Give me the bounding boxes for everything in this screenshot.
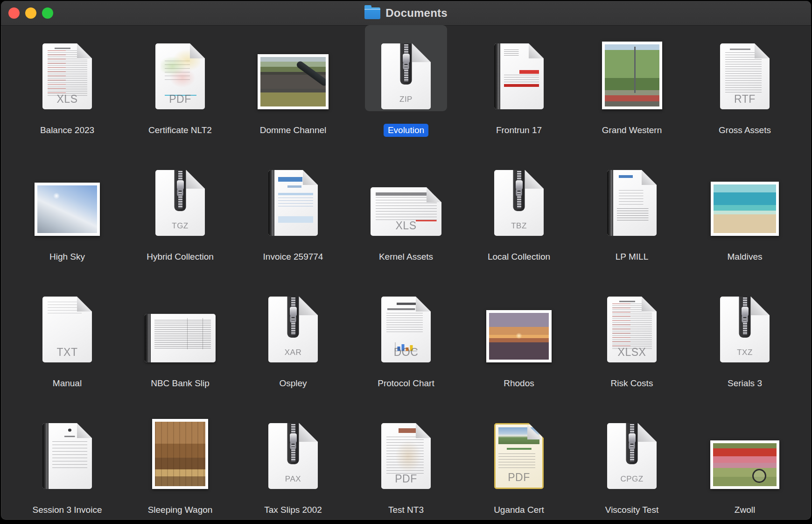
file-label-wrap: Gross Assets bbox=[714, 123, 775, 137]
file-tile-ospley[interactable]: XAR Ospley bbox=[237, 278, 350, 405]
document-icon[interactable]: XLSX bbox=[607, 297, 657, 362]
file-tile-zwoll[interactable]: Zwoll bbox=[688, 405, 801, 520]
file-tile-risk-costs[interactable]: XLSX Risk Costs bbox=[575, 278, 688, 405]
file-name-label: Tax Slips 2002 bbox=[260, 503, 326, 517]
document-icon[interactable]: XLS bbox=[42, 43, 92, 109]
file-tile-manual[interactable]: TXT Manual bbox=[11, 278, 124, 405]
file-name-label: Zwoll bbox=[730, 503, 759, 517]
photo-thumbnail-icon[interactable] bbox=[711, 182, 779, 236]
file-tile-local-collection[interactable]: TBZ Local Collection bbox=[462, 152, 575, 278]
document-icon[interactable] bbox=[494, 43, 544, 109]
zip-archive-icon[interactable]: ZIP bbox=[381, 43, 431, 109]
folded-corner bbox=[751, 297, 770, 315]
document-icon[interactable]: XLS bbox=[371, 187, 441, 236]
file-tile-rhodos[interactable]: Rhodos bbox=[462, 278, 575, 405]
file-label-wrap: Hybrid Collection bbox=[142, 250, 218, 264]
txz-archive-icon[interactable]: TXZ bbox=[720, 297, 770, 362]
file-name-label: Domme Channel bbox=[256, 124, 331, 137]
file-tile-sleeping-wagon[interactable]: Sleeping Wagon bbox=[124, 405, 237, 520]
file-label-wrap: Invoice 259774 bbox=[259, 250, 328, 264]
file-tile-uganda-cert[interactable]: PDF Uganda Cert bbox=[462, 405, 575, 520]
file-tile-viscosity-test[interactable]: CPGZ Viscosity Test bbox=[575, 405, 688, 520]
zipper-icon bbox=[287, 423, 299, 464]
file-tile-frontrun-17[interactable]: Frontrun 17 bbox=[462, 25, 575, 152]
file-tile-tax-slips-2002[interactable]: PAX Tax Slips 2002 bbox=[237, 405, 350, 520]
zipper-pull-icon bbox=[742, 307, 749, 317]
photo-image bbox=[713, 443, 777, 486]
file-tile-high-sky[interactable]: High Sky bbox=[11, 152, 124, 278]
file-icon-frame: XLSX bbox=[591, 278, 673, 364]
file-tile-certificate-nlt2[interactable]: PDF Certificate NLT2 bbox=[124, 25, 237, 152]
folded-corner bbox=[427, 187, 441, 202]
document-icon[interactable]: DOC bbox=[381, 297, 431, 362]
photo-image bbox=[714, 184, 776, 233]
folded-corner bbox=[642, 297, 657, 312]
file-icon-frame: PDF bbox=[139, 25, 221, 111]
photo-thumbnail-icon[interactable] bbox=[486, 310, 552, 362]
file-label-wrap: Rhodos bbox=[499, 376, 539, 390]
document-icon[interactable]: TXT bbox=[42, 297, 92, 362]
document-icon[interactable]: RTF bbox=[720, 43, 770, 109]
zoom-button[interactable] bbox=[42, 7, 53, 19]
file-tile-protocol-chart[interactable]: DOC Protocol Chart bbox=[350, 278, 462, 405]
window-titlebar[interactable]: Documents bbox=[1, 1, 811, 26]
document-icon[interactable] bbox=[42, 423, 92, 489]
document-icon[interactable]: PDF bbox=[155, 43, 205, 109]
folded-corner bbox=[77, 423, 92, 438]
file-tile-test-nt3[interactable]: PDF Test NT3 bbox=[350, 405, 462, 520]
photo-thumbnail-icon[interactable] bbox=[710, 440, 779, 489]
document-icon[interactable] bbox=[145, 314, 216, 362]
file-name-label: Invoice 259774 bbox=[259, 250, 328, 263]
file-tile-nbc-bank-slip[interactable]: NBC Bank Slip bbox=[124, 278, 237, 405]
document-icon[interactable] bbox=[607, 170, 657, 236]
file-tile-invoice-259774[interactable]: Invoice 259774 bbox=[237, 152, 350, 278]
file-name-label: Certificate NLT2 bbox=[144, 124, 216, 137]
file-tile-hybrid-collection[interactable]: TGZ Hybrid Collection bbox=[124, 152, 237, 278]
zipper-pull-icon bbox=[403, 54, 410, 64]
photo-thumbnail-icon[interactable] bbox=[152, 419, 208, 489]
document-icon[interactable] bbox=[268, 170, 318, 236]
tbz-archive-icon[interactable]: TBZ bbox=[494, 170, 544, 236]
file-label-wrap: Protocol Chart bbox=[373, 376, 438, 390]
photo-thumbnail-icon[interactable] bbox=[258, 54, 329, 109]
file-name-label: Protocol Chart bbox=[373, 377, 438, 390]
zipper-icon bbox=[400, 43, 412, 85]
file-tile-grand-western[interactable]: Grand Western bbox=[575, 25, 688, 152]
file-tile-domme-channel[interactable]: Domme Channel bbox=[237, 25, 350, 152]
file-extension-label: XLS bbox=[42, 93, 92, 106]
window-title: Documents bbox=[385, 7, 448, 20]
file-tile-serials-3[interactable]: TXZ Serials 3 bbox=[688, 278, 801, 405]
file-tile-balance-2023[interactable]: XLS Balance 2023 bbox=[11, 25, 124, 152]
file-tile-maldives[interactable]: Maldives bbox=[688, 152, 801, 278]
file-extension-label: TGZ bbox=[155, 221, 205, 231]
file-tile-session-3-invoice[interactable]: Session 3 Invoice bbox=[11, 405, 124, 520]
close-button[interactable] bbox=[8, 7, 20, 19]
file-icon-frame: XLS bbox=[26, 25, 108, 111]
file-label-wrap: Ospley bbox=[275, 376, 311, 390]
file-label-wrap: Risk Costs bbox=[607, 376, 658, 390]
file-icon-frame: XAR bbox=[252, 278, 334, 364]
xar-archive-icon[interactable]: XAR bbox=[268, 297, 318, 362]
file-icon-frame: TXZ bbox=[704, 278, 786, 364]
minimize-button[interactable] bbox=[25, 7, 36, 19]
tgz-archive-icon[interactable]: TGZ bbox=[155, 170, 205, 236]
file-tile-evolution[interactable]: ZIP Evolution bbox=[350, 25, 462, 152]
file-icon-frame: XLS bbox=[365, 152, 447, 238]
photo-image bbox=[605, 44, 659, 106]
file-tile-kernel-assets[interactable]: XLS Kernel Assets bbox=[350, 152, 462, 278]
file-extension-label: TBZ bbox=[494, 221, 544, 231]
photo-thumbnail-icon[interactable] bbox=[602, 42, 662, 109]
photo-thumbnail-icon[interactable] bbox=[35, 183, 100, 236]
folded-corner bbox=[303, 170, 318, 185]
pax-archive-icon[interactable]: PAX bbox=[268, 423, 318, 489]
file-tile-gross-assets[interactable]: RTF Gross Assets bbox=[688, 25, 801, 152]
folded-corner bbox=[412, 43, 431, 62]
file-extension-label: PAX bbox=[268, 474, 318, 484]
file-name-label: Risk Costs bbox=[607, 377, 658, 390]
document-icon[interactable]: PDF bbox=[381, 423, 431, 489]
file-tile-lp-mill[interactable]: LP MILL bbox=[575, 152, 688, 278]
document-icon[interactable]: PDF bbox=[494, 423, 544, 489]
cpgz-archive-icon[interactable]: CPGZ bbox=[607, 423, 657, 489]
file-label-wrap: Grand Western bbox=[598, 123, 666, 137]
file-label-wrap: Uganda Cert bbox=[490, 503, 548, 517]
